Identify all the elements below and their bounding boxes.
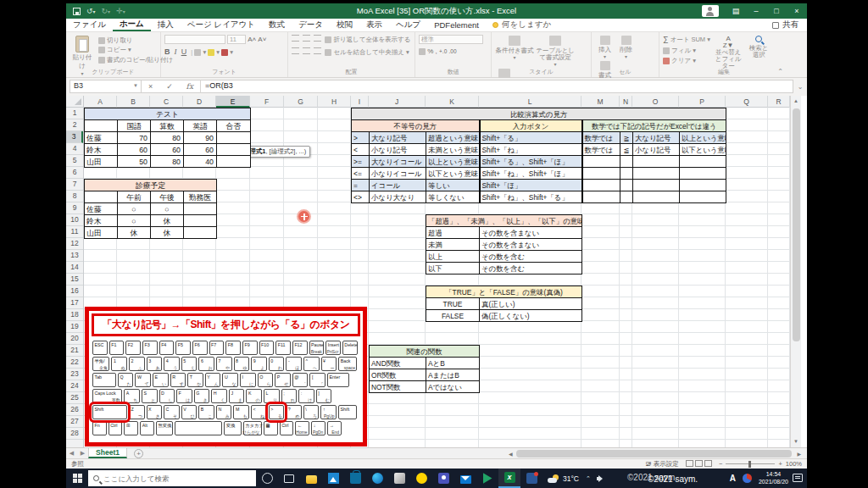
related-functions-table-cell[interactable]: AND関数: [370, 358, 426, 369]
sheet-tab-sheet1[interactable]: Sheet1: [88, 448, 127, 458]
column-header-O[interactable]: O: [632, 96, 679, 108]
row-header-17[interactable]: 17: [66, 297, 83, 309]
test-table-cell[interactable]: 60: [118, 144, 151, 156]
comparison-table-cell[interactable]: 比較演算式の見方: [352, 108, 726, 120]
zoom-slider[interactable]: [748, 461, 751, 468]
page-layout-view-icon[interactable]: [695, 460, 703, 467]
ribbon-tab-2[interactable]: 挿入: [151, 19, 181, 31]
column-header-D[interactable]: D: [183, 96, 216, 108]
clear-button[interactable]: クリア ▾: [663, 57, 710, 65]
comparison-table-cell[interactable]: 未満という意味: [426, 144, 480, 156]
comparison-table-cell[interactable]: Shift+「ほ」: [480, 180, 582, 191]
italic-button[interactable]: I: [175, 47, 177, 56]
ribbon-tab-3[interactable]: ページ レイアウト: [181, 19, 262, 31]
comparison-table-cell[interactable]: 以下という意味: [680, 144, 726, 156]
screen-recorder-icon[interactable]: [520, 469, 542, 488]
3d-viewer-icon[interactable]: [388, 469, 410, 488]
find-select-button[interactable]: 検索と選択: [746, 36, 771, 58]
comparison-table-cell[interactable]: 以上という意味: [426, 156, 480, 168]
clinic-table-cell[interactable]: [184, 227, 217, 239]
comparison-table-cell[interactable]: 以下という意味: [426, 168, 480, 180]
align-middle-icon[interactable]: [303, 35, 310, 42]
column-header-C[interactable]: C: [150, 96, 183, 108]
comparison-table-cell[interactable]: 不等号の見方: [352, 120, 480, 132]
meaning-table-cell[interactable]: 以下: [426, 263, 480, 274]
customize-qat-icon[interactable]: ✛▾: [116, 7, 125, 15]
column-header-M[interactable]: M: [581, 96, 620, 108]
edge-icon[interactable]: [366, 469, 388, 488]
truefalse-table-cell[interactable]: FALSE: [426, 310, 480, 322]
font-name-select[interactable]: [164, 35, 225, 44]
conditional-formatting-button[interactable]: 条件付き書式▾: [495, 36, 534, 61]
minimize-button[interactable]: –: [746, 3, 766, 19]
row-header-2[interactable]: 2: [66, 119, 83, 131]
excel-icon[interactable]: x: [498, 469, 520, 488]
test-table-cell[interactable]: 60: [151, 144, 184, 156]
clinic-table-cell[interactable]: 診療予定: [85, 180, 217, 191]
row-header-28[interactable]: 28: [66, 428, 83, 440]
truefalse-table-cell[interactable]: 偽(正しくない): [480, 310, 582, 322]
row-header-12[interactable]: 12: [66, 238, 83, 250]
keyboard-figure[interactable]: 「大なり記号」→「Shift」を押しながら「る」のボタン ESCF1F2F3F4…: [85, 307, 367, 446]
comparison-table-cell[interactable]: 小なり記号: [633, 144, 680, 156]
scroll-up-icon[interactable]: ▲: [791, 96, 801, 107]
comparison-table-cell[interactable]: [582, 191, 620, 203]
test-table-cell[interactable]: [217, 144, 251, 156]
comparison-table-cell[interactable]: [582, 168, 620, 180]
merge-center-button[interactable]: セルを結合して中央揃え: [333, 48, 404, 56]
clinic-table-cell[interactable]: 勤務医: [184, 191, 217, 203]
ime-mode-indicator[interactable]: A: [730, 474, 736, 483]
align-top-icon[interactable]: [292, 35, 299, 42]
comparison-table-cell[interactable]: 数学では下記の記号だがExcelでは違う: [582, 120, 726, 132]
row-header-18[interactable]: 18: [66, 309, 83, 321]
test-table-cell[interactable]: 80: [151, 156, 184, 168]
truefalse-table-cell[interactable]: 真(正しい): [480, 298, 582, 310]
comparison-table-cell[interactable]: Shift+「ね」、Shift+「ほ」: [480, 168, 582, 180]
test-table-cell[interactable]: 鈴木: [85, 144, 118, 156]
comparison-table-cell[interactable]: イコール: [370, 180, 426, 191]
next-sheet-icon[interactable]: ▶: [81, 450, 85, 457]
row-header-11[interactable]: 11: [66, 226, 83, 238]
increase-decimal-icon[interactable]: +.0: [439, 48, 447, 54]
store-icon[interactable]: [344, 469, 366, 488]
clinic-table-cell[interactable]: 休: [118, 227, 151, 239]
weather-widget[interactable]: 31°C: [542, 474, 584, 483]
percent-icon[interactable]: %: [427, 47, 433, 55]
clinic-table-cell[interactable]: 山田: [85, 227, 118, 239]
column-header-L[interactable]: L: [479, 96, 581, 108]
row-header-27[interactable]: 27: [66, 416, 83, 428]
autosum-button[interactable]: ∑ オート SUM ▾: [663, 35, 710, 44]
select-all-corner[interactable]: [66, 96, 84, 108]
column-header-F[interactable]: F: [250, 96, 284, 108]
related-functions-table-cell[interactable]: NOT関数: [370, 381, 426, 393]
wrap-text-icon[interactable]: [325, 36, 331, 43]
clinic-table-cell[interactable]: ○: [151, 203, 184, 215]
clinic-table-cell[interactable]: ○: [118, 215, 151, 227]
comparison-table-cell[interactable]: 等しい: [426, 180, 480, 191]
row-header-20[interactable]: 20: [66, 333, 83, 345]
related-functions-table-cell[interactable]: 関連の関数: [370, 346, 480, 358]
comparison-table-cell[interactable]: <: [352, 144, 370, 156]
cortana-icon[interactable]: [256, 469, 278, 488]
test-table-cell[interactable]: 算数: [151, 120, 184, 132]
comparison-table-cell[interactable]: Shift+「ね」、Shift+「る」: [480, 191, 582, 203]
scroll-down-icon[interactable]: ▼: [791, 436, 801, 447]
test-table-cell[interactable]: 佐藤: [85, 132, 118, 144]
cancel-formula-icon[interactable]: ×: [148, 82, 153, 91]
undo-icon[interactable]: ↺▾: [86, 7, 96, 15]
clinic-table-cell[interactable]: [184, 203, 217, 215]
column-header-P[interactable]: P: [679, 96, 726, 108]
zoom-out-icon[interactable]: −: [719, 460, 722, 468]
ribbon-tab-8[interactable]: ヘルプ: [389, 19, 427, 31]
vertical-scrollbar[interactable]: ▲ ▼: [790, 96, 801, 447]
clinic-table-cell[interactable]: [85, 191, 118, 203]
row-header-21[interactable]: 21: [66, 345, 83, 357]
test-table-cell[interactable]: 合否: [217, 120, 251, 132]
meaning-table-cell[interactable]: その数を含まない: [480, 239, 582, 251]
meaning-table-cell[interactable]: その数を含む: [480, 251, 582, 263]
align-center-icon[interactable]: [303, 47, 310, 54]
tell-me-tab[interactable]: 何をしますか: [486, 19, 558, 30]
start-button[interactable]: [66, 469, 88, 488]
comparison-table-cell[interactable]: 小なりイコール: [370, 168, 426, 180]
comparison-table-cell[interactable]: [633, 168, 680, 180]
